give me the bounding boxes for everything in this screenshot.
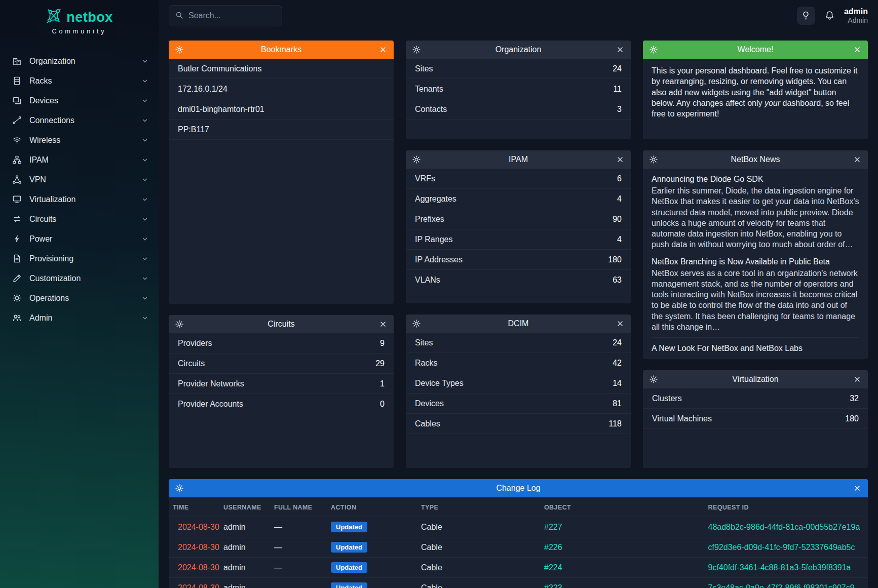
stat-row[interactable]: Sites 24 (406, 59, 631, 79)
news-article-title[interactable]: A New Look For NetBox and NetBox Labs (652, 344, 859, 353)
stat-row[interactable]: Prefixes 90 (406, 209, 631, 229)
stat-label[interactable]: VLANs (415, 276, 440, 285)
changelog-request-link[interactable]: 7c3e48ac-0a0e-47f2-89f6-f98301c907c9 (708, 583, 855, 588)
stat-label[interactable]: IP Addresses (415, 255, 463, 264)
stat-label[interactable]: Sites (415, 64, 433, 73)
stat-label[interactable]: VRFs (415, 174, 435, 183)
sidebar-item-racks[interactable]: Racks (0, 71, 159, 91)
stat-row[interactable]: Device Types 14 (406, 373, 631, 394)
search-box[interactable] (169, 5, 282, 26)
changelog-object-link[interactable]: #226 (544, 543, 562, 552)
changelog-object-link[interactable]: #223 (544, 583, 562, 588)
stat-row[interactable]: Providers 9 (169, 333, 394, 354)
stat-label[interactable]: Provider Networks (178, 379, 244, 388)
stat-label[interactable]: Circuits (178, 359, 205, 368)
stat-label[interactable]: Prefixes (415, 215, 444, 224)
changelog-object-link[interactable]: #227 (544, 523, 562, 531)
brand[interactable]: netbox Community (0, 0, 159, 38)
close-icon[interactable] (616, 46, 624, 54)
changelog-request-link[interactable]: 9cf40fdf-3461-4c88-81a3-5feb39f8391a (708, 563, 851, 572)
stat-label[interactable]: Devices (415, 399, 444, 408)
sidebar-item-customization[interactable]: Customization (0, 268, 159, 288)
stat-row[interactable]: VRFs 6 (406, 169, 631, 189)
sidebar-item-ipam[interactable]: IPAM (0, 150, 159, 170)
search-input[interactable] (188, 11, 276, 20)
stat-row[interactable]: Circuits 29 (169, 354, 394, 374)
stat-row[interactable]: Racks 42 (406, 353, 631, 373)
stat-label[interactable]: Sites (415, 338, 433, 347)
changelog-time-link[interactable]: 2024-08-30 18:48 (178, 523, 219, 531)
stat-row[interactable]: IP Ranges 4 (406, 229, 631, 250)
sidebar-item-wireless[interactable]: Wireless (0, 130, 159, 150)
widget-config-icon[interactable] (412, 46, 421, 54)
widget-config-icon[interactable] (412, 155, 421, 164)
welcome-widget-header: Welcome! (643, 41, 868, 59)
changelog-request-link[interactable]: cf92d3e6-d09d-41fc-9fd7-52337649ab5c (708, 543, 855, 552)
stat-label[interactable]: Cables (415, 419, 440, 428)
close-icon[interactable] (853, 484, 861, 492)
changelog-time-link[interactable]: 2024-08-30 18:43 (178, 583, 219, 588)
stat-row[interactable]: Virtual Machines 180 (643, 409, 868, 429)
sidebar-item-devices[interactable]: Devices (0, 91, 159, 110)
stat-label[interactable]: Clusters (652, 394, 682, 403)
stat-label[interactable]: Virtual Machines (652, 414, 712, 423)
close-icon[interactable] (853, 46, 861, 54)
bookmark-item[interactable]: dmi01-binghamton-rtr01 (169, 99, 394, 120)
news-article-title[interactable]: NetBox Branching is Now Available in Pub… (652, 257, 859, 266)
close-icon[interactable] (616, 320, 624, 328)
widget-config-icon[interactable] (175, 484, 183, 492)
sidebar-item-provisioning[interactable]: Provisioning (0, 249, 159, 268)
changelog-time-link[interactable]: 2024-08-30 18:48 (178, 543, 219, 552)
sidebar-item-circuits[interactable]: Circuits (0, 209, 159, 229)
bookmark-item[interactable]: Butler Communications (169, 59, 394, 79)
stat-value: 24 (613, 64, 622, 73)
sidebar-item-vpn[interactable]: VPN (0, 170, 159, 189)
stat-row[interactable]: Contacts 3 (406, 99, 631, 120)
stat-row[interactable]: Tenants 11 (406, 79, 631, 99)
stat-label[interactable]: Provider Accounts (178, 400, 243, 409)
sidebar-item-operations[interactable]: Operations (0, 288, 159, 308)
widget-config-icon[interactable] (650, 155, 658, 164)
changelog-request-link[interactable]: 48ad8b2c-986d-44fd-81ca-00d55b27e19a (708, 523, 860, 531)
bookmark-item[interactable]: 172.16.0.1/24 (169, 79, 394, 99)
user-menu[interactable]: admin Admin (844, 7, 868, 25)
theme-toggle-button[interactable] (797, 7, 815, 25)
stat-row[interactable]: Provider Accounts 0 (169, 394, 394, 414)
widget-config-icon[interactable] (412, 320, 421, 328)
stat-row[interactable]: Cables 118 (406, 414, 631, 434)
sidebar-item-organization[interactable]: Organization (0, 51, 159, 71)
close-icon[interactable] (379, 320, 387, 328)
news-article-title[interactable]: Announcing the Diode Go SDK (652, 175, 859, 184)
stat-label[interactable]: Device Types (415, 379, 464, 388)
changelog-time-link[interactable]: 2024-08-30 18:48 (178, 563, 219, 572)
stat-label[interactable]: Racks (415, 359, 437, 368)
sidebar-item-virtualization[interactable]: Virtualization (0, 189, 159, 209)
stat-row[interactable]: Provider Networks 1 (169, 374, 394, 394)
stat-label[interactable]: Aggregates (415, 194, 456, 204)
stat-row[interactable]: Sites 24 (406, 333, 631, 353)
stat-label[interactable]: IP Ranges (415, 235, 452, 244)
widget-config-icon[interactable] (650, 46, 658, 54)
stat-row[interactable]: Aggregates 4 (406, 189, 631, 209)
close-icon[interactable] (616, 155, 624, 164)
stat-row[interactable]: Devices 81 (406, 394, 631, 414)
sidebar-item-admin[interactable]: Admin (0, 308, 159, 328)
stat-label[interactable]: Contacts (415, 105, 447, 114)
stat-label[interactable]: Tenants (415, 85, 443, 94)
stat-label[interactable]: Providers (178, 339, 212, 348)
notifications-button[interactable] (824, 10, 835, 21)
close-icon[interactable] (379, 46, 387, 54)
widget-config-icon[interactable] (175, 46, 183, 54)
changelog-object-link[interactable]: #224 (544, 563, 562, 572)
widget-config-icon[interactable] (650, 375, 658, 383)
sidebar-item-power[interactable]: Power (0, 229, 159, 249)
bookmark-item[interactable]: PP:B117 (169, 120, 394, 140)
widget-config-icon[interactable] (175, 320, 183, 328)
chevron-down-icon (141, 196, 148, 203)
close-icon[interactable] (853, 155, 861, 164)
stat-row[interactable]: VLANs 63 (406, 270, 631, 290)
sidebar-item-connections[interactable]: Connections (0, 110, 159, 130)
stat-row[interactable]: Clusters 32 (643, 388, 868, 409)
close-icon[interactable] (853, 375, 861, 383)
stat-row[interactable]: IP Addresses 180 (406, 250, 631, 270)
